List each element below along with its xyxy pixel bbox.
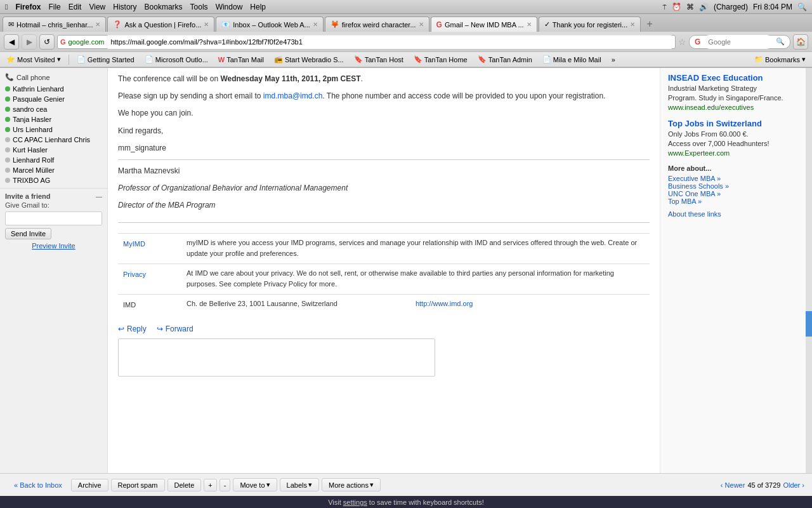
tab-gmail-active[interactable]: G Gmail – New IMD MBA ... ✕ [431,17,537,32]
bookmark-icon: 📄 [542,55,551,64]
bookmark-tantan-admin[interactable]: 🔖 TanTan Admin [475,55,535,64]
menu-history[interactable]: History [113,3,136,11]
bookmark-mila-milo[interactable]: 📄 Mila e Milo Mail [540,55,604,64]
search-icon[interactable]: 🔍 [797,3,807,11]
search-icon[interactable]: 🔍 [776,37,785,46]
bookmark-webradio[interactable]: 📻 Start Webradio S... [272,55,346,64]
footer-divider [118,222,650,223]
bluetooth-icon: ⍑ [662,3,667,11]
minus-button[interactable]: - [219,479,231,491]
back-to-inbox-button[interactable]: « Back to Inbox [8,479,69,491]
reload-button[interactable]: ↺ [39,34,55,50]
contact-tanja[interactable]: Tanja Hasler [0,114,107,124]
preview-invite-link[interactable]: Preview Invite [5,242,102,250]
menu-help[interactable]: Help [250,3,266,11]
ads-sidebar: INSEAD Exec Education Industrial Marketi… [660,68,806,473]
tab-firefox-weird[interactable]: 🦊 firefox weird character... ✕ [325,17,429,32]
older-link[interactable]: Older › [783,481,804,489]
collapse-icon[interactable]: — [96,193,102,200]
about-links-link[interactable]: About these links [668,210,798,218]
bookmark-icon: 📄 [77,55,86,64]
menu-file[interactable]: File [48,3,60,11]
collapse-invite-btn[interactable]: Invite a friend — [5,192,102,200]
bookmark-bookmarks-folder[interactable]: 📁 Bookmarks ▾ [752,55,808,64]
ad-url-insead[interactable]: www.insead.edu/executives [668,104,754,111]
contact-sandro[interactable]: sandro cea [0,104,107,114]
archive-button[interactable]: Archive [71,479,108,491]
tab-thankyou[interactable]: ✓ Thank you for registeri... ✕ [539,17,641,32]
new-tab-button[interactable]: + [642,17,657,32]
contact-trixbo[interactable]: TRIXBO AG [0,175,107,185]
ad-link-business-schools[interactable]: Business Schools » [668,182,798,190]
star-icon[interactable]: ☆ [678,37,686,47]
tab-close-thankyou[interactable]: ✕ [630,21,635,28]
gmail-scrollbar[interactable] [806,68,812,473]
tab-close-hotmail[interactable]: ✕ [95,21,100,28]
tab-hotmail[interactable]: ✉ Hotmail – chris_lienhar... ✕ [3,17,106,32]
bookmark-microsoft-outlook[interactable]: 📄 Microsoft Outlo... [142,55,211,64]
call-phone-section[interactable]: 📞 Call phone [0,70,107,84]
more-actions-button[interactable]: More actions ▾ [322,478,381,491]
reply-textarea[interactable] [118,338,435,377]
search-input[interactable] [703,35,773,49]
myimd-link[interactable]: MyIMD [123,240,145,248]
contact-marcel[interactable]: Marcel Müller [0,165,107,175]
tab-outlook[interactable]: 📧 Inbox – Outlook Web A... ✕ [216,17,323,32]
report-spam-button[interactable]: Report spam [111,479,165,491]
menu-tools[interactable]: Tools [190,3,208,11]
volume-icon: 🔊 [699,3,709,11]
ad-title-jobs[interactable]: Top Jobs in Switzerland [668,119,762,128]
contact-lienhard-rolf[interactable]: Lienhard Rolf [0,155,107,165]
tab-close-gmail[interactable]: ✕ [527,21,532,28]
plus-button[interactable]: + [204,479,216,491]
imd-email-link[interactable]: imd.mba@imd.ch [263,91,323,100]
ad-link-executive-mba[interactable]: Executive MBA » [668,175,798,182]
menu-view[interactable]: View [89,3,105,11]
apple-menu[interactable]:  [5,3,8,11]
menu-bookmarks[interactable]: Bookmarks [145,3,183,11]
bookmark-tantan-home[interactable]: 🔖 TanTan Home [411,55,470,64]
delete-button[interactable]: Delete [167,479,202,491]
privacy-desc: At IMD we care about your privacy. We do… [181,264,650,294]
reply-link[interactable]: ↩ Reply [118,324,147,333]
tab-close-ask[interactable]: ✕ [204,21,209,28]
app-name[interactable]: Firefox [15,3,41,11]
home-button[interactable]: 🏠 [793,34,808,50]
menu-edit[interactable]: Edit [69,3,82,11]
privacy-link[interactable]: Privacy [123,271,146,278]
imd-website-link[interactable]: http://www.imd.org [416,300,473,307]
labels-button[interactable]: Labels ▾ [280,478,319,491]
tab-askquestion[interactable]: ❓ Ask a Question | Firefo... ✕ [107,17,214,32]
back-button[interactable]: ◀ [4,34,19,50]
move-to-button[interactable]: Move to ▾ [233,478,277,491]
tab-close-outlook[interactable]: ✕ [313,21,318,28]
menu-window[interactable]: Window [216,3,243,11]
tab-close-firefox[interactable]: ✕ [419,21,424,28]
newer-link[interactable]: ‹ Newer [721,481,745,489]
contact-kathrin[interactable]: Kathrin Lienhard [0,84,107,94]
address-bar: ◀ ▶ ↺ G google.com ☆ G 🔍 🏠 [0,32,812,52]
forward-link[interactable]: ↪ Forward [157,324,193,333]
forward-button[interactable]: ▶ [22,34,37,50]
ad-title-insead[interactable]: INSEAD Exec Education [668,73,763,83]
ad-link-top-mba[interactable]: Top MBA » [668,197,798,205]
table-row: IMD Ch. de Bellerive 23, 1001 Lausanne, … [118,294,650,314]
settings-link[interactable]: settings [343,498,367,506]
invite-email-input[interactable] [5,211,102,225]
contact-pasquale[interactable]: Pasquale Genier [0,94,107,104]
bookmark-more[interactable]: » [609,55,618,64]
bookmark-tantan-host[interactable]: 🔖 TanTan Host [351,55,406,64]
address-input[interactable] [107,35,672,49]
ad-link-unc-mba[interactable]: UNC One MBA » [668,190,798,197]
bookmark-most-visited[interactable]: ⭐ Most Visited ▾ [4,55,63,64]
contact-urs[interactable]: Urs Lienhard [0,124,107,135]
ad-block-jobs: Top Jobs in Switzerland Only Jobs From 6… [668,119,798,157]
bookmark-getting-started[interactable]: 📄 Getting Started [74,55,137,64]
scrollbar-thumb[interactable] [806,311,812,337]
contact-cc-apac[interactable]: CC APAC Lienhard Chris [0,135,107,145]
bookmark-tantan-mail[interactable]: W TanTan Mail [216,55,266,64]
contact-kurt[interactable]: Kurt Hasler [0,145,107,155]
contact-name: Kurt Hasler [13,146,48,154]
ad-url-jobs[interactable]: www.Experteer.com [668,149,730,157]
send-invite-button[interactable]: Send Invite [5,228,51,239]
